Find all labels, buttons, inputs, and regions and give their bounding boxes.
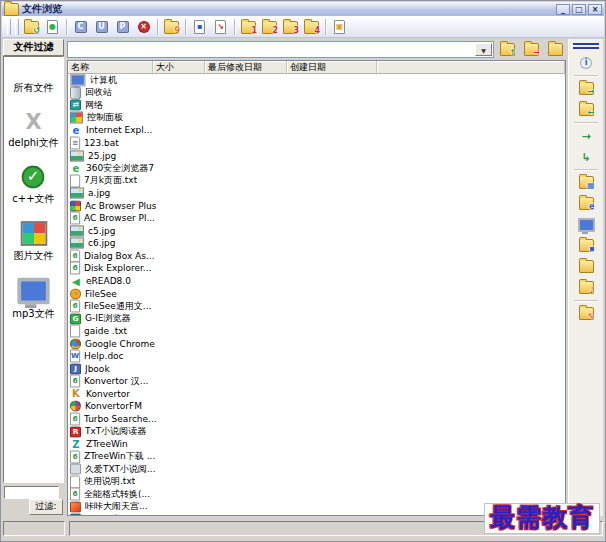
column-header[interactable]: 大小: [153, 61, 205, 74]
column-header[interactable]: 创建日期: [287, 61, 377, 74]
document-export-button[interactable]: [210, 18, 231, 37]
sidebar-item-mp3-files[interactable]: mp3文件: [12, 277, 54, 321]
folder-flash-button[interactable]: [161, 18, 182, 37]
kfm-icon: [70, 401, 81, 412]
folder-saved-button[interactable]: [574, 235, 598, 256]
title-bar[interactable]: 文件浏览 _ □ ×: [2, 2, 604, 16]
minimize-button[interactable]: _: [556, 4, 570, 15]
open-refresh-button[interactable]: [21, 18, 42, 37]
folder-documents-button[interactable]: [574, 193, 598, 214]
info-button[interactable]: [574, 52, 598, 73]
file-row[interactable]: Google Chrome: [68, 337, 565, 350]
file-row[interactable]: 控制面板: [68, 112, 565, 125]
column-header[interactable]: 最后修改日期: [205, 61, 287, 74]
folder-edit-button[interactable]: [574, 303, 598, 324]
close-button[interactable]: ×: [588, 4, 602, 15]
file-row[interactable]: Disk Explorer...: [68, 262, 565, 275]
right-toolbar-grip[interactable]: [573, 47, 599, 49]
file-row[interactable]: FileSee: [68, 287, 565, 300]
file-row[interactable]: Jbook: [68, 363, 565, 376]
file-row[interactable]: c5.jpg: [68, 225, 565, 238]
filter-pattern-input[interactable]: [4, 486, 59, 499]
file-row[interactable]: G-IE浏览器: [68, 312, 565, 325]
path-buttons: [494, 40, 566, 58]
file-row[interactable]: Dialog Box As...: [68, 250, 565, 263]
go-next-button[interactable]: [574, 125, 598, 146]
folder-programs-button[interactable]: [574, 172, 598, 193]
file-row[interactable]: 久爱TXT小说阅...: [68, 463, 565, 476]
file-row[interactable]: 7月k页面.txt: [68, 174, 565, 187]
go-into-button[interactable]: [574, 146, 598, 167]
file-row[interactable]: 计算机: [68, 74, 565, 87]
file-row[interactable]: 使用说明.txt: [68, 476, 565, 489]
toolbar-grip[interactable]: [7, 19, 11, 35]
sidebar-item-delphi-files[interactable]: delphi文件: [8, 109, 59, 150]
copy-c-button[interactable]: [70, 18, 91, 37]
new-item-button[interactable]: [42, 18, 63, 37]
paste-p-button[interactable]: [112, 18, 133, 37]
file-row[interactable]: Ac Browser Plus: [68, 199, 565, 212]
file-name: 7月k页面.txt: [84, 174, 137, 187]
favorite-folder-1-button[interactable]: [238, 18, 259, 37]
file-row[interactable]: 123.bat: [68, 137, 565, 150]
file-row[interactable]: c6.jpg: [68, 237, 565, 250]
up-folder-button[interactable]: [497, 40, 518, 58]
jpg-icon: [70, 225, 84, 236]
sidebar-item-all-files[interactable]: 所有文件: [14, 81, 54, 95]
sidebar-item-cpp-files[interactable]: c++文件: [12, 164, 54, 206]
browse-folder-button[interactable]: [545, 40, 566, 58]
txt-icon: [70, 325, 80, 338]
file-row[interactable]: Turbo Searche...: [68, 413, 565, 426]
copy-from-folder-button[interactable]: [574, 99, 598, 120]
filter-button[interactable]: 过滤:: [29, 499, 63, 515]
r-fmusic-icon: [579, 281, 594, 294]
file-row[interactable]: 全能格式转换(...: [68, 488, 565, 501]
delete-button[interactable]: [133, 18, 154, 37]
file-row[interactable]: 网络: [68, 99, 565, 112]
kaka-icon: [70, 501, 81, 512]
update-u-button[interactable]: [91, 18, 112, 37]
file-row[interactable]: Konvertor: [68, 388, 565, 401]
move-to-folder-button[interactable]: [574, 78, 598, 99]
favorite-folder-2-button[interactable]: [259, 18, 280, 37]
file-row[interactable]: Konvertor 汉...: [68, 375, 565, 388]
d6-icon: [70, 413, 80, 426]
right-toolbar-grip[interactable]: [573, 43, 599, 45]
favorite-folder-4-button[interactable]: [301, 18, 322, 37]
file-row[interactable]: 25.jpg: [68, 149, 565, 162]
file-row[interactable]: ZTreeWin: [68, 438, 565, 451]
window-view-button[interactable]: [329, 18, 350, 37]
file-row[interactable]: TxT小说阅读器: [68, 425, 565, 438]
sidebar-item-image-files[interactable]: 图片文件: [14, 220, 54, 263]
document-view-button[interactable]: [189, 18, 210, 37]
file-row[interactable]: 360安全浏览器7: [68, 162, 565, 175]
file-name: Internet Expl...: [86, 125, 152, 135]
toolbar-grip[interactable]: [15, 19, 19, 35]
go-folder-button[interactable]: [521, 40, 542, 58]
file-row[interactable]: KonvertorFM: [68, 400, 565, 413]
file-row[interactable]: Internet Expl...: [68, 124, 565, 137]
folder-open-button[interactable]: [574, 256, 598, 277]
filter-sidebar-header[interactable]: 文件过滤: [3, 39, 64, 56]
d6-icon: [70, 300, 80, 313]
file-name: Konvertor: [86, 389, 130, 399]
path-combobox[interactable]: ▼: [67, 41, 494, 58]
file-row[interactable]: 回收站: [68, 87, 565, 100]
file-row[interactable]: AC Browser Pl...: [68, 212, 565, 225]
favorite-folder-3-button[interactable]: [280, 18, 301, 37]
file-row[interactable]: gaide .txt: [68, 325, 565, 338]
network-computer-button[interactable]: [574, 214, 598, 235]
maximize-button[interactable]: □: [572, 4, 586, 15]
column-header[interactable]: 名称: [68, 61, 153, 74]
file-row[interactable]: ZTreeWin下载 ...: [68, 450, 565, 463]
file-row[interactable]: a.jpg: [68, 187, 565, 200]
file-name: gaide .txt: [84, 326, 127, 336]
ztree-icon: [70, 439, 82, 449]
t-x-icon: [138, 21, 150, 33]
folder-music-button[interactable]: [574, 277, 598, 298]
file-row[interactable]: Help.doc: [68, 350, 565, 363]
file-row[interactable]: eREAD8.0: [68, 275, 565, 288]
file-row[interactable]: FileSee通用文...: [68, 300, 565, 313]
path-row: ▼: [67, 39, 566, 59]
combobox-dropdown-icon[interactable]: ▼: [475, 43, 492, 56]
